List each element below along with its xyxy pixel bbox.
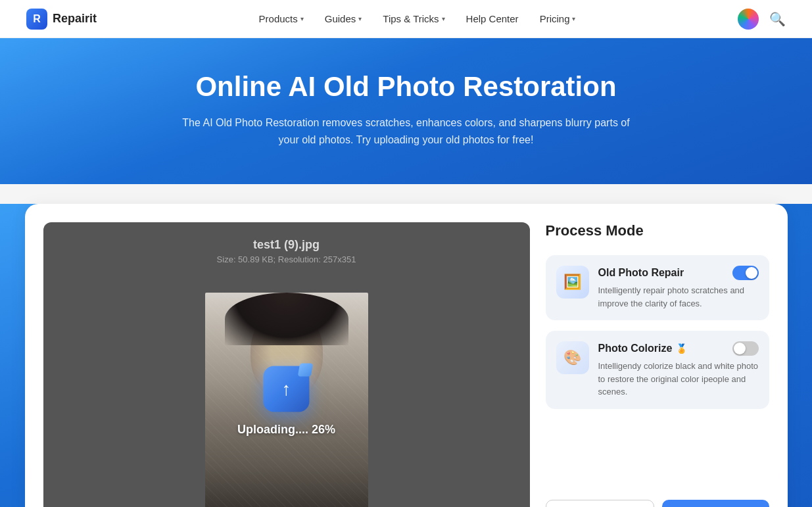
crown-icon: 🏅: [676, 343, 687, 354]
hero-description: The AI Old Photo Restoration removes scr…: [176, 114, 636, 148]
search-icon[interactable]: 🔍: [769, 11, 786, 27]
chevron-down-icon: ▾: [442, 15, 445, 22]
upload-meta: Size: 50.89 KB; Resolution: 257x351: [217, 254, 356, 264]
upload-area: test1 (9).jpg Size: 50.89 KB; Resolution…: [43, 222, 530, 507]
change-photo-button[interactable]: Change Another Photo: [546, 500, 654, 507]
mode-card-colorize: 🎨 Photo Colorize 🏅 Intelligendy colorize…: [546, 331, 769, 409]
sidebar: Process Mode 🖼️ Old Photo Repair Intelli…: [546, 222, 769, 507]
hero-section: Online AI Old Photo Restoration The AI O…: [0, 38, 812, 184]
logo-text: Repairit: [53, 12, 97, 26]
colorize-icon: 🎨: [556, 341, 589, 374]
colorize-desc: Intelligendy colorize black and white ph…: [598, 360, 759, 398]
upload-cube-icon: ↑: [264, 366, 310, 412]
colorize-content: Photo Colorize 🏅 Intelligendy colorize b…: [598, 341, 759, 398]
upload-arrow-icon: ↑: [282, 379, 291, 400]
avatar[interactable]: [738, 9, 759, 30]
repair-toggle[interactable]: [732, 266, 759, 280]
upload-overlay: ↑ Uploading.... 26%: [237, 366, 335, 437]
nav-item-products[interactable]: Products ▾: [250, 9, 313, 28]
navbar: R Repairit Products ▾ Guides ▾ Tips & Tr…: [0, 0, 812, 38]
nav-item-guides[interactable]: Guides ▾: [316, 9, 371, 28]
nav-logo[interactable]: R Repairit: [26, 9, 97, 30]
nav-items: Products ▾ Guides ▾ Tips & Tricks ▾ Help…: [118, 9, 717, 28]
repair-header: Old Photo Repair: [598, 266, 759, 280]
logo-icon: R: [26, 9, 47, 30]
sidebar-buttons: Change Another Photo Start: [546, 500, 769, 507]
start-button[interactable]: Start: [662, 500, 769, 507]
upload-progress: Uploading.... 26%: [237, 423, 335, 437]
upload-filename: test1 (9).jpg: [253, 238, 320, 252]
mode-card-repair: 🖼️ Old Photo Repair Intelligently repair…: [546, 255, 769, 320]
repair-name: Old Photo Repair: [598, 267, 684, 279]
colorize-toggle[interactable]: [732, 341, 759, 356]
repair-desc: Intelligently repair photo scratches and…: [598, 284, 759, 310]
nav-item-tips[interactable]: Tips & Tricks ▾: [373, 9, 454, 28]
photo-container: ↑ Uploading.... 26%: [43, 264, 530, 507]
repair-content: Old Photo Repair Intelligently repair ph…: [598, 266, 759, 310]
hero-title: Online AI Old Photo Restoration: [13, 71, 799, 103]
colorize-name: Photo Colorize 🏅: [598, 343, 688, 354]
nav-item-pricing[interactable]: Pricing ▾: [531, 9, 585, 28]
main-card: test1 (9).jpg Size: 50.89 KB; Resolution…: [25, 204, 788, 507]
repair-icon: 🖼️: [556, 266, 589, 299]
process-mode-title: Process Mode: [546, 222, 769, 239]
nav-item-helpcenter[interactable]: Help Center: [457, 9, 528, 28]
colorize-header: Photo Colorize 🏅: [598, 341, 759, 356]
chevron-down-icon: ▾: [300, 15, 304, 22]
chevron-down-icon: ▾: [572, 15, 575, 22]
chevron-down-icon: ▾: [358, 15, 362, 22]
nav-right: 🔍: [738, 9, 786, 30]
